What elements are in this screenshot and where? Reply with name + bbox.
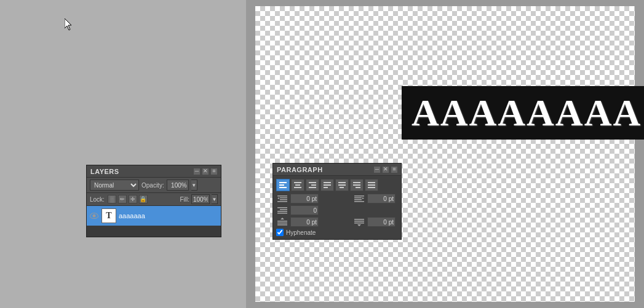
svg-rect-37 (277, 223, 287, 224)
indent-after-icon (353, 194, 365, 203)
layer-thumbnail: T (101, 208, 116, 223)
justify-left-button[interactable] (320, 179, 334, 191)
svg-rect-38 (277, 224, 287, 226)
layer-name: aaaaaaa (119, 212, 218, 219)
indent-after-input[interactable] (367, 194, 396, 203)
layer-visibility-toggle[interactable] (89, 211, 99, 221)
cursor (65, 18, 72, 30)
space-before-input[interactable] (290, 217, 319, 227)
space-after-icon (353, 217, 365, 227)
justify-all-button[interactable] (365, 179, 378, 191)
space-before-row (276, 217, 398, 227)
svg-rect-34 (277, 211, 287, 212)
svg-rect-24 (280, 199, 287, 200)
svg-rect-29 (354, 199, 362, 200)
panel-controls: ─ ✕ ≡ (194, 168, 217, 175)
opacity-label: Opacity: (141, 182, 164, 189)
eye-icon (90, 213, 98, 219)
layers-toolbar: Normal Dissolve Multiply Opacity: ▼ (87, 178, 221, 193)
layers-panel-title: LAYERS (90, 168, 119, 175)
menu-button[interactable]: ≡ (211, 168, 217, 175)
svg-rect-23 (280, 197, 287, 199)
lock-transparent-icon[interactable]: ░ (108, 195, 116, 203)
svg-rect-17 (353, 184, 360, 186)
first-indent-icon (276, 205, 288, 215)
paragraph-header: PARAGRAPH ─ ✕ ≡ (273, 164, 401, 176)
svg-rect-20 (368, 184, 375, 186)
paragraph-content: Hyphenate (273, 176, 401, 239)
svg-rect-27 (354, 195, 364, 197)
first-indent-input[interactable] (290, 205, 319, 215)
svg-rect-11 (324, 184, 331, 186)
svg-rect-18 (356, 187, 360, 188)
canvas-area: AAAAAAAA (246, 0, 644, 308)
opacity-arrow[interactable]: ▼ (191, 180, 197, 191)
indent-before-icon (276, 194, 288, 203)
hyphenate-label: Hyphenate (286, 229, 316, 236)
indent-before-row (276, 194, 398, 203)
paragraph-minimize-button[interactable]: ─ (374, 167, 380, 173)
svg-rect-22 (277, 195, 287, 197)
svg-rect-10 (324, 182, 331, 183)
svg-rect-3 (279, 187, 287, 188)
svg-rect-16 (353, 182, 360, 183)
svg-marker-26 (277, 197, 279, 199)
svg-rect-2 (279, 184, 284, 186)
svg-rect-33 (280, 209, 287, 210)
lock-image-icon[interactable]: ✏ (118, 195, 127, 203)
svg-rect-7 (309, 182, 316, 183)
canvas-text: AAAAAAAA (411, 91, 642, 135)
lock-label: Lock: (90, 196, 105, 203)
canvas-text-banner: AAAAAAAA (402, 86, 644, 140)
minimize-button[interactable]: ─ (194, 168, 200, 175)
justify-center-button[interactable] (335, 179, 349, 191)
paragraph-panel: PARAGRAPH ─ ✕ ≡ (272, 163, 402, 240)
svg-rect-9 (309, 187, 316, 188)
alignment-row (276, 179, 398, 191)
svg-marker-43 (357, 224, 361, 226)
svg-rect-14 (338, 184, 346, 186)
align-center-button[interactable] (291, 179, 304, 191)
layers-panel: LAYERS ─ ✕ ≡ Normal Dissolve Multiply Op… (86, 165, 221, 237)
close-button[interactable]: ✕ (202, 168, 209, 175)
svg-rect-13 (338, 182, 346, 183)
space-after-input[interactable] (367, 217, 396, 227)
svg-rect-28 (354, 197, 362, 199)
svg-rect-6 (294, 187, 301, 188)
svg-rect-5 (295, 184, 300, 186)
svg-rect-36 (277, 221, 287, 222)
svg-rect-30 (354, 201, 364, 202)
svg-rect-32 (277, 207, 287, 208)
svg-rect-12 (324, 187, 328, 188)
svg-rect-25 (277, 201, 287, 202)
indent-before-input[interactable] (290, 194, 319, 203)
fill-arrow[interactable]: ▼ (212, 194, 218, 204)
lock-position-icon[interactable]: ✛ (129, 195, 137, 203)
opacity-input[interactable] (167, 180, 189, 191)
layers-lock-row: Lock: ░ ✏ ✛ 🔒 Fill: ▼ (87, 193, 221, 206)
svg-rect-8 (311, 184, 316, 186)
paragraph-close-button[interactable]: ✕ (383, 167, 389, 173)
svg-rect-40 (354, 219, 364, 220)
layers-panel-header: LAYERS ─ ✕ ≡ (87, 165, 221, 178)
fill-input[interactable] (191, 194, 210, 204)
layer-item[interactable]: T aaaaaaa (87, 206, 221, 226)
svg-rect-19 (368, 182, 375, 183)
first-indent-row (276, 205, 398, 215)
align-right-button[interactable] (306, 179, 319, 191)
svg-rect-15 (340, 187, 344, 188)
svg-rect-21 (368, 187, 375, 188)
lock-all-icon[interactable]: 🔒 (139, 195, 148, 203)
align-left-button[interactable] (276, 179, 290, 191)
layers-list: T aaaaaaa (87, 206, 221, 237)
svg-marker-0 (65, 18, 71, 30)
fill-label: Fill: (180, 196, 189, 203)
justify-right-button[interactable] (350, 179, 364, 191)
hyphenate-checkbox[interactable] (276, 229, 284, 236)
svg-marker-31 (362, 197, 364, 199)
paragraph-panel-controls: ─ ✕ ≡ (374, 167, 397, 173)
blend-mode-select[interactable]: Normal Dissolve Multiply (90, 180, 139, 191)
paragraph-menu-button[interactable]: ≡ (391, 167, 397, 173)
svg-rect-41 (354, 221, 364, 222)
svg-marker-39 (280, 218, 284, 219)
